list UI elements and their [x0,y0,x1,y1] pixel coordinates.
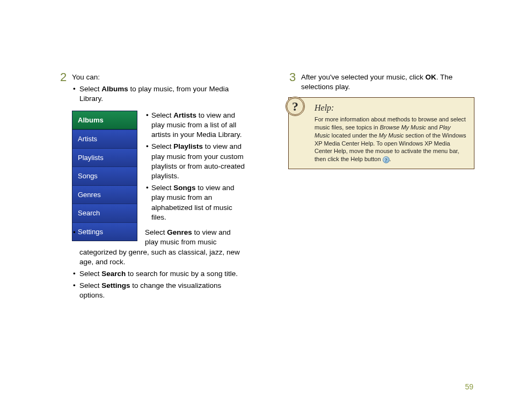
help-title: Help: [314,102,467,114]
step-2-intro: You can: [72,73,100,81]
help-icon: ? [286,97,305,116]
menu-item-artists[interactable]: Artists [72,129,137,148]
bullet-genres: Select Genres to view and play music fro… [72,228,245,267]
page-number: 59 [465,382,473,392]
step-number-3: 3 [289,69,296,85]
bullet-albums: Select Albums to play music, from your M… [72,84,245,104]
menu-item-search[interactable]: Search [72,204,137,222]
help-body: For more information about methods to br… [314,115,467,163]
menu-item-albums[interactable]: Albums [72,111,137,130]
menu-item-songs[interactable]: Songs [72,166,137,185]
bullet-artists: Select Artists to view and play music fr… [145,111,245,140]
step-number-2: 2 [60,69,67,85]
step-3: 3 After you've selected your music, clic… [288,73,474,92]
left-column: 2 You can: Select Albums to play music, … [59,73,245,306]
help-box: ? Help: For more information about metho… [288,97,474,169]
step-2: 2 You can: Select Albums to play music, … [59,73,245,301]
bullet-songs: Select Songs to view and play music from… [145,183,245,222]
menu-item-genres[interactable]: Genres [72,185,137,204]
help-button-icon: ? [383,156,390,163]
music-menu: Albums Artists Playlists Songs Genres Se… [72,111,137,242]
bullet-settings: Select Settings to change the visualizat… [72,281,245,300]
bullet-playlists: Select Playlists to view and play music … [145,142,245,181]
menu-item-playlists[interactable]: Playlists [72,148,137,167]
right-column: 3 After you've selected your music, clic… [288,73,474,306]
bullet-search: Select Search to search for music by a s… [72,269,245,279]
